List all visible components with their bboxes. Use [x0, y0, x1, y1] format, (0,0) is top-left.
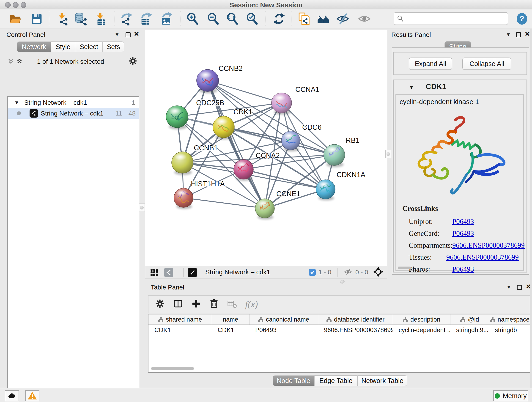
detach-view-icon[interactable]	[188, 268, 197, 277]
control-panel-close-icon[interactable]: ✕	[134, 31, 139, 37]
tab-network-table[interactable]: Network Table	[357, 375, 407, 386]
table-hscrollbar-thumb[interactable]	[151, 367, 194, 370]
houses-icon[interactable]	[315, 11, 332, 27]
help-button[interactable]: ?	[513, 11, 531, 27]
toolbar-separator	[183, 268, 184, 277]
memory-button[interactable]: Memory	[493, 390, 528, 401]
import-network-file-icon[interactable]	[54, 11, 71, 27]
table-cell[interactable]: P06493	[249, 325, 318, 335]
network-node-CDC6[interactable]	[281, 131, 300, 152]
cloud-status-button[interactable]	[5, 390, 19, 401]
collection-count: 1	[132, 99, 135, 106]
tab-style[interactable]: Style	[51, 41, 75, 52]
column-header[interactable]: namespace	[489, 314, 530, 325]
zoom-out-icon[interactable]	[204, 11, 222, 27]
crosslink-row: GeneCard:P06493	[409, 228, 519, 240]
table-cell[interactable]: CDK1	[212, 325, 249, 335]
expand-all-button[interactable]: Expand All	[409, 57, 452, 70]
show-columns-icon[interactable]	[173, 298, 183, 310]
fit-content-crosshair-icon[interactable]	[373, 267, 383, 278]
warnings-button[interactable]	[25, 390, 39, 401]
network-node-CDK1[interactable]	[213, 116, 234, 140]
export-table-icon[interactable]	[137, 11, 155, 27]
table-panel-float-icon[interactable]	[517, 285, 522, 290]
zoom-selected-icon[interactable]	[243, 11, 261, 27]
network-panel-gear-icon[interactable]	[128, 56, 138, 66]
collapse-all-button[interactable]: Collapse All	[462, 57, 511, 70]
left-splitter-handle[interactable]	[139, 204, 145, 212]
column-header[interactable]: shared name	[148, 314, 212, 325]
export-network-icon[interactable]	[118, 11, 135, 27]
network-node-CDC25B[interactable]	[166, 106, 188, 129]
zoom-fit-icon[interactable]	[224, 11, 241, 27]
column-header[interactable]: canonical name	[249, 314, 318, 325]
network-node-CDKN1A[interactable]	[316, 180, 335, 201]
collapse-all-networks-icon[interactable]	[16, 57, 23, 66]
import-network-database-icon[interactable]	[72, 11, 89, 27]
network-tab-icon[interactable]	[164, 268, 173, 277]
table-cell[interactable]: 9606.ENSP00000378699	[318, 325, 393, 335]
network-node-CCNA1[interactable]	[272, 93, 292, 115]
table-cell[interactable]: cyclin-dependent ...	[393, 325, 450, 335]
network-node-CCNB1[interactable]	[172, 152, 193, 175]
export-image-icon[interactable]	[158, 11, 175, 27]
network-from-selection-icon[interactable]	[295, 11, 312, 27]
open-session-icon[interactable]	[6, 11, 24, 27]
network-row[interactable]: String Network – cdk1 11 48	[8, 108, 139, 119]
expand-all-networks-icon[interactable]	[7, 57, 15, 66]
crosslink-link[interactable]: P06493	[452, 228, 474, 240]
network-node-HIST1H1A[interactable]	[174, 188, 193, 209]
string-results-container: Expand All Collapse All ▼ CDK1 cyclin-de…	[392, 47, 529, 275]
network-node-RB1[interactable]	[324, 144, 345, 167]
network-graph[interactable]: CCNB2CCNA1CDC25BCDK1CDC6RB1CCNB1CCNA2CDK…	[145, 30, 387, 266]
selected-checkbox-icon[interactable]	[309, 269, 316, 276]
network-node-CCNB2[interactable]	[196, 70, 219, 93]
network-collection-row[interactable]: ▼ String Network – cdk1 1	[8, 97, 139, 108]
network-view-toolbar: String Network – cdk1 1 - 0 0 - 0	[145, 266, 387, 279]
crosslink-link[interactable]: 9606.ENSP00000378699	[452, 240, 525, 251]
show-hidden-eye-icon[interactable]	[355, 11, 373, 27]
table-row[interactable]: CDK1CDK1P064939606.ENSP00000378699cyclin…	[148, 325, 530, 335]
search-input[interactable]	[404, 15, 505, 22]
save-session-icon[interactable]	[28, 11, 45, 27]
tab-node-table[interactable]: Node Table	[273, 375, 314, 386]
crosslink-link[interactable]: P06493	[452, 263, 474, 275]
table-gear-icon[interactable]	[155, 299, 165, 310]
crosslink-link[interactable]: P06493	[452, 216, 474, 228]
table-cell[interactable]: stringdb:9...	[450, 325, 489, 335]
control-panel-menu-icon[interactable]: ▼	[114, 32, 120, 37]
search-icon	[397, 15, 404, 22]
apply-layout-icon[interactable]	[270, 11, 288, 27]
delete-column-icon[interactable]	[209, 299, 219, 310]
search-field[interactable]	[394, 12, 508, 25]
results-panel-float-icon[interactable]	[516, 32, 521, 37]
crosslink-link[interactable]: 9606.ENSP00000378699	[446, 251, 519, 263]
column-header[interactable]: @id	[450, 314, 489, 325]
zoom-in-icon[interactable]	[184, 11, 201, 27]
column-header[interactable]: description	[393, 314, 450, 325]
import-table-file-icon[interactable]	[92, 11, 109, 27]
results-panel-close-icon[interactable]: ✕	[525, 31, 530, 37]
grid-view-icon[interactable]	[150, 268, 158, 278]
table-panel-menu-icon[interactable]: ▼	[506, 285, 511, 290]
tab-sets[interactable]: Sets	[103, 41, 124, 52]
network-edge-HIST1H1A-CCNE1[interactable]	[184, 198, 265, 208]
table-cell[interactable]: stringdb	[489, 325, 530, 335]
hide-selected-eye-icon[interactable]	[334, 11, 351, 27]
tab-network[interactable]: Network	[17, 41, 51, 52]
table-cell[interactable]: CDK1	[148, 325, 212, 335]
tab-edge-table[interactable]: Edge Table	[314, 375, 357, 386]
column-header[interactable]: database identifier	[318, 314, 393, 325]
column-header[interactable]: name	[212, 314, 249, 325]
network-canvas[interactable]: CCNB2CCNA1CDC25BCDK1CDC6RB1CCNB1CCNA2CDK…	[145, 30, 387, 266]
control-panel-float-icon[interactable]	[126, 32, 131, 37]
add-column-icon[interactable]	[191, 299, 201, 310]
network-node-CCNA2[interactable]	[234, 160, 253, 181]
network-node-CCNE1[interactable]	[255, 199, 274, 220]
collection-expand-icon[interactable]: ▼	[14, 100, 19, 106]
results-hscrollbar-thumb[interactable]	[398, 267, 411, 269]
tab-select[interactable]: Select	[75, 41, 103, 52]
node-card-collapse-icon[interactable]: ▼	[409, 84, 414, 90]
hidden-eye-icon[interactable]	[343, 267, 353, 277]
results-panel-menu-icon[interactable]: ▼	[506, 32, 511, 37]
